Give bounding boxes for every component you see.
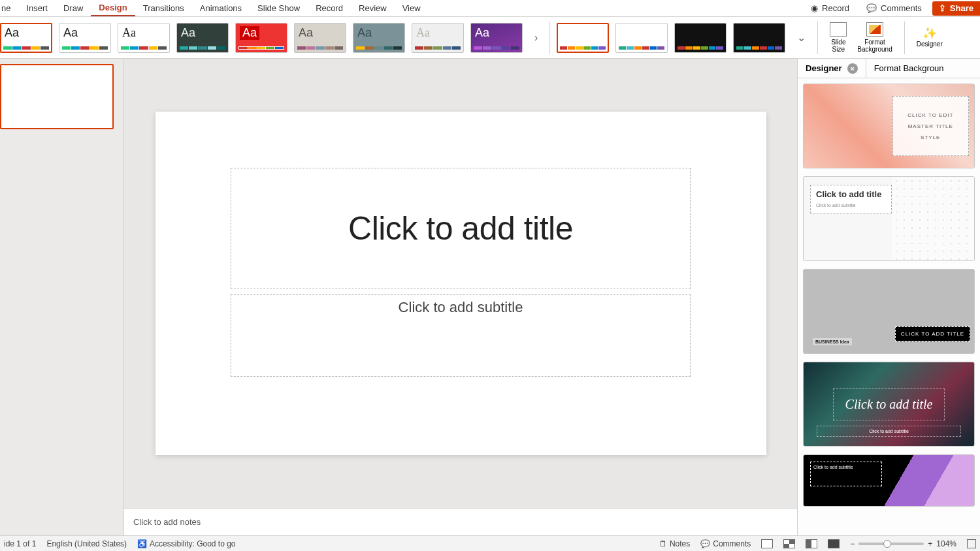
subtitle-placeholder[interactable]: Click to add subtitle [231, 294, 691, 377]
tab-view[interactable]: View [395, 0, 429, 16]
titlebar-comments-button[interactable]: 💬 Comments [860, 3, 928, 13]
theme-sample-text: Aa [416, 26, 430, 40]
theme-tile-7[interactable]: Aa [353, 23, 405, 53]
theme-sample-text: Aa [5, 26, 19, 40]
design-idea-2-graphic [892, 177, 974, 260]
zoom-percent[interactable]: 104% [936, 539, 956, 548]
theme-color-strip [297, 46, 343, 50]
variant-color-strip [678, 46, 723, 50]
format-background-button[interactable]: Format Background [852, 22, 897, 53]
format-bg-label-2: Background [857, 46, 892, 53]
slide-size-icon [830, 22, 847, 37]
design-idea-4-sub: Click to add subtitle [817, 426, 961, 437]
canvas-column: Click to add title Click to add subtitle… [124, 59, 797, 535]
slide-size-button[interactable]: Slide Size [825, 22, 852, 53]
theme-sample-text: Aa [240, 26, 259, 40]
theme-color-strip [3, 46, 49, 50]
title-placeholder[interactable]: Click to add title [231, 168, 691, 289]
designer-sparkle-icon: ✨ [923, 27, 937, 40]
format-background-icon [866, 22, 883, 37]
variant-tile-1[interactable] [557, 23, 609, 53]
toolbar-separator [817, 22, 818, 54]
design-toolbar: Aa Aa Aa Aa Aa Aa Aa Aa Aa › [0, 17, 980, 59]
design-idea-2-sub: Click to add subtitle [816, 203, 856, 208]
status-accessibility[interactable]: ♿ Accessibility: Good to go [137, 539, 235, 548]
theme-tile-6[interactable]: Aa [294, 23, 346, 53]
variants-more-button[interactable]: ⌄ [792, 31, 811, 44]
view-normal-icon[interactable] [761, 539, 773, 548]
theme-sample-text: Aa [181, 26, 195, 40]
tab-review[interactable]: Review [351, 0, 395, 16]
designer-button[interactable]: ✨ Designer [911, 27, 948, 48]
accessibility-icon: ♿ [137, 539, 147, 548]
record-icon: ◉ [811, 3, 818, 13]
variant-tile-4[interactable] [733, 23, 785, 53]
side-pane-tabs: Designer × Format Backgroun [798, 59, 980, 78]
theme-tile-2[interactable]: Aa [59, 23, 111, 53]
share-button[interactable]: ⇪ Share [932, 1, 980, 16]
status-accessibility-label: Accessibility: Good to go [150, 539, 235, 548]
zoom-in-button[interactable]: + [928, 539, 932, 548]
design-idea-1-line1: CLICK TO EDIT [893, 112, 968, 118]
tab-slideshow[interactable]: Slide Show [250, 0, 308, 16]
tab-insert[interactable]: Insert [18, 0, 56, 16]
comment-icon: 💬 [700, 539, 710, 548]
titlebar-record-button[interactable]: ◉ Record [804, 3, 856, 13]
side-tab-designer[interactable]: Designer × [798, 59, 866, 78]
design-idea-4[interactable]: Click to add title Click to add subtitle [803, 362, 975, 447]
tab-home[interactable]: ne [0, 0, 18, 16]
view-reading-icon[interactable] [806, 539, 817, 548]
theme-color-strip [238, 46, 284, 50]
design-idea-3[interactable]: BUSINESS Idea CLICK TO ADD TITLE [803, 269, 975, 354]
theme-color-strip [474, 46, 519, 50]
close-designer-icon[interactable]: × [847, 63, 858, 74]
status-notes-button[interactable]: 🗒 Notes [659, 539, 690, 548]
status-comments-button[interactable]: 💬 Comments [700, 539, 751, 548]
fit-to-window-button[interactable] [967, 539, 976, 548]
comment-icon: 💬 [866, 3, 877, 13]
zoom-slider-knob[interactable] [883, 540, 891, 548]
view-sorter-icon[interactable] [783, 539, 795, 548]
tab-animations[interactable]: Animations [192, 0, 250, 16]
theme-color-strip [356, 46, 402, 50]
slide-thumbnail-1[interactable] [0, 64, 114, 129]
themes-more-button[interactable]: › [529, 32, 543, 44]
theme-tile-4[interactable]: Aa [176, 23, 229, 53]
view-slideshow-icon[interactable] [828, 539, 840, 548]
tab-transitions[interactable]: Transitions [135, 0, 192, 16]
variant-color-strip [736, 46, 782, 50]
side-pane: Designer × Format Backgroun CLICK TO EDI… [797, 59, 980, 535]
theme-tile-1[interactable]: Aa [0, 23, 52, 53]
design-idea-4-title: Click to add title [833, 388, 945, 420]
designer-label: Designer [917, 40, 943, 48]
theme-sample-text: Aa [122, 26, 136, 40]
tab-draw[interactable]: Draw [56, 0, 91, 16]
design-idea-1[interactable]: CLICK TO EDIT MASTER TITLE STYLE [803, 84, 975, 168]
zoom-slider[interactable] [858, 543, 924, 545]
toolbar-separator [904, 22, 905, 54]
variant-tile-3[interactable] [674, 23, 727, 53]
status-language[interactable]: English (United States) [46, 539, 127, 548]
theme-tile-8[interactable]: Aa [412, 23, 464, 53]
slide[interactable]: Click to add title Click to add subtitle [155, 112, 766, 455]
side-tab-format-background[interactable]: Format Backgroun [866, 59, 952, 78]
tab-design[interactable]: Design [91, 0, 135, 16]
slide-thumbnail-panel [0, 59, 124, 535]
tab-record[interactable]: Record [308, 0, 351, 16]
side-tab-designer-label: Designer [806, 63, 842, 73]
design-idea-2-title: Click to add title [816, 189, 886, 200]
zoom-out-button[interactable]: − [850, 539, 855, 548]
design-idea-5[interactable]: Click to add subtitle [803, 454, 975, 507]
design-idea-2[interactable]: Click to add title Click to add subtitle [803, 176, 975, 261]
design-ideas-list[interactable]: CLICK TO EDIT MASTER TITLE STYLE Click t… [798, 78, 980, 535]
theme-tile-5[interactable]: Aa [235, 23, 287, 53]
theme-tile-9[interactable]: Aa [470, 23, 523, 53]
status-slide-counter: ide 1 of 1 [4, 539, 36, 548]
theme-tile-3[interactable]: Aa [118, 23, 170, 53]
variant-tile-2[interactable] [615, 23, 668, 53]
variant-color-strip [619, 46, 664, 50]
notes-input[interactable]: Click to add notes [124, 508, 797, 535]
variant-color-strip [560, 46, 606, 50]
ribbon-tabs: ne Insert Draw Design Transitions Animat… [0, 0, 980, 17]
theme-color-strip [415, 46, 461, 50]
